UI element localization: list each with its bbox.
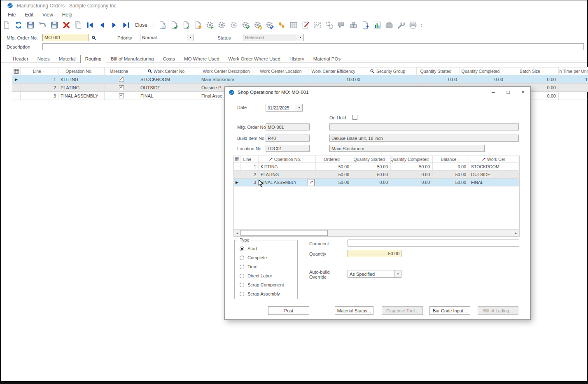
bill-of-lading-button[interactable]: Bill of Lading...	[478, 306, 518, 315]
quantity-input[interactable]: 50.00	[348, 250, 401, 257]
gear-revert-icon[interactable]	[253, 20, 263, 30]
search-icon[interactable]	[90, 34, 97, 41]
filter-icon[interactable]	[541, 70, 545, 73]
material-status-button[interactable]: Material Status...	[335, 306, 373, 315]
tab-notes[interactable]: Notes	[33, 55, 54, 63]
row-header[interactable]: ▶	[12, 75, 21, 84]
filter-icon[interactable]	[129, 70, 133, 73]
horizontal-scrollbar[interactable]: ◄ ►	[234, 229, 519, 236]
doc-copy-icon[interactable]	[193, 20, 203, 30]
cell-operation[interactable]: PLATING	[259, 171, 316, 179]
milestone-checkbox[interactable]	[119, 85, 124, 90]
toolbox-icon[interactable]	[384, 20, 394, 30]
toolbar-overflow-icon[interactable]: :	[420, 23, 422, 28]
menu-edit[interactable]: Edit	[20, 12, 38, 18]
col-work-center-location[interactable]: Work Center Location	[258, 67, 308, 75]
paste-doc-icon[interactable]	[157, 20, 167, 30]
radio-scrap-assembly[interactable]: Scrap Assembly	[240, 291, 280, 296]
tab-routing[interactable]: Routing	[80, 55, 107, 63]
tab-costs[interactable]: Costs	[159, 55, 180, 63]
radio-icon[interactable]	[240, 283, 244, 287]
refresh-icon[interactable]	[14, 20, 23, 30]
lookup-icon[interactable]	[482, 157, 486, 162]
cell-quantity-completed[interactable]: 0.00	[391, 179, 433, 186]
filter-icon[interactable]	[406, 70, 410, 73]
cell-line[interactable]: 2	[240, 171, 259, 179]
autobuild-combobox[interactable]: As Specified ▼	[348, 270, 401, 278]
cell-operation[interactable]: KITTING	[259, 163, 316, 171]
tab-header[interactable]: Header	[8, 55, 33, 63]
table-row[interactable]: ▶ 3 FINAL ASSEMBLY 50.00 0.00 0.00 50.00…	[234, 179, 519, 186]
delete-icon[interactable]	[61, 20, 71, 30]
filter-icon[interactable]	[187, 70, 190, 73]
table-row[interactable]: ▶ 1 KITTING STOCKROOM Main Stockroom 100…	[12, 75, 588, 84]
cell-line[interactable]: 2	[21, 84, 58, 92]
maximize-button[interactable]: □	[501, 87, 516, 98]
col-operation-no[interactable]: Operation No.	[58, 67, 105, 75]
cell-line[interactable]: 3	[21, 92, 58, 100]
doc-export-icon[interactable]	[181, 20, 191, 30]
filter-icon[interactable]	[303, 70, 306, 73]
last-record-icon[interactable]	[121, 20, 131, 30]
tab-material-pos[interactable]: Material POs	[309, 55, 345, 63]
cell-balance[interactable]: 0.00	[433, 163, 469, 171]
col-run-time[interactable]: Run Time per Unit (M	[559, 67, 588, 75]
minimize-button[interactable]: –	[486, 87, 501, 98]
row-header[interactable]: ▶	[234, 179, 240, 186]
filter-icon[interactable]	[501, 70, 504, 73]
post-button[interactable]: Post	[268, 306, 309, 315]
cell-operation[interactable]: PLATING	[58, 84, 105, 92]
filter-icon[interactable]	[251, 70, 254, 73]
cell-line[interactable]: 1	[240, 163, 259, 171]
col-work-center[interactable]: Work Cer	[469, 156, 518, 163]
tab-material[interactable]: Material	[54, 55, 80, 63]
priority-combobox[interactable]: Normal ▼	[140, 34, 194, 41]
menu-view[interactable]: View	[38, 12, 58, 18]
col-work-center-no[interactable]: Work Center No.	[138, 67, 199, 75]
inventory-boxes-icon[interactable]	[348, 20, 358, 30]
table-row[interactable]: 2 PLATING 50.00 50.00 0.00 50.00 OUTSIDE	[234, 171, 519, 179]
bar-chart-icon[interactable]	[372, 20, 382, 30]
cell-operation[interactable]: FINAL ASSEMBLY	[259, 179, 316, 186]
col-quantity-completed[interactable]: Quantity Completed	[460, 67, 506, 75]
radio-complete[interactable]: Complete	[240, 255, 267, 260]
cell-work-center-location[interactable]	[258, 75, 308, 84]
cell-milestone[interactable]	[105, 92, 138, 100]
milestone-checkbox[interactable]	[119, 77, 124, 82]
radio-scrap-component[interactable]: Scrap Component	[240, 282, 284, 287]
filter-icon[interactable]	[429, 158, 433, 161]
radio-icon[interactable]	[240, 256, 244, 260]
cell-line[interactable]: 3	[240, 179, 259, 186]
cell-milestone[interactable]	[105, 75, 138, 84]
col-operation-no[interactable]: Operation No.	[259, 156, 316, 163]
cell-work-center-no[interactable]: OUTSIDE	[138, 84, 199, 92]
tab-work-order-where-used[interactable]: Work Order Where Used	[224, 55, 285, 63]
bar-code-input-button[interactable]: Bar Code Input...	[429, 306, 470, 315]
cell-quantity-started[interactable]: 0.00	[417, 75, 460, 84]
col-balance[interactable]: Balance	[433, 156, 469, 163]
filter-icon[interactable]	[252, 158, 255, 161]
cell-ordered[interactable]: 50.00	[316, 171, 352, 179]
menu-file[interactable]: File	[3, 12, 20, 18]
cell-work-center[interactable]: OUTSIDE	[469, 171, 518, 179]
col-quantity-started[interactable]: Quantity Started	[417, 67, 460, 75]
cell-line[interactable]: 1	[21, 75, 58, 84]
cell-work-center[interactable]: STOCKROOM	[469, 163, 518, 171]
radio-start[interactable]: Start	[240, 246, 257, 251]
cell-work-center-no[interactable]: FINAL	[138, 92, 199, 100]
cell-quantity-completed[interactable]: 0.00	[460, 75, 506, 84]
chevron-down-icon[interactable]: ▼	[394, 270, 401, 277]
row-header[interactable]	[12, 84, 21, 92]
col-work-center-efficiency[interactable]: Work Center Efficiency	[308, 67, 363, 75]
filter-icon[interactable]	[385, 158, 389, 161]
col-line[interactable]: Line	[21, 67, 58, 75]
print-icon[interactable]	[408, 20, 418, 30]
radio-icon[interactable]	[240, 292, 244, 296]
filter-icon[interactable]	[341, 158, 344, 161]
cell-run-time[interactable]: 1	[559, 75, 588, 84]
close-button[interactable]: ×	[516, 87, 530, 98]
gear-run-icon[interactable]	[205, 20, 215, 30]
first-record-icon[interactable]	[85, 20, 95, 30]
row-header[interactable]	[234, 171, 240, 179]
row-header[interactable]	[12, 92, 21, 100]
